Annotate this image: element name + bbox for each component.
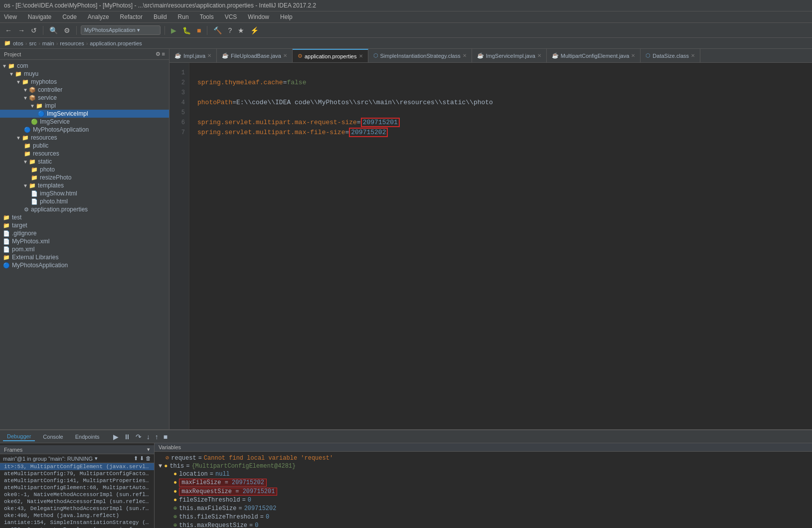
breadcrumb-src[interactable]: src [29, 40, 36, 46]
frame-item-9[interactable]: e:653, ConstructorResolver (org.springfr… [0, 526, 154, 528]
tree-item-6[interactable]: 🔵ImgServiceImpl [0, 110, 169, 118]
tree-item-14[interactable]: 📁resizePhoto [0, 174, 169, 181]
tab-close-5[interactable]: ✕ [631, 53, 635, 58]
tree-item-5[interactable]: ▼ 📁impl [0, 102, 169, 110]
menu-item-tools[interactable]: Tools [198, 13, 216, 21]
tree-item-13[interactable]: 📁photo [0, 166, 169, 174]
tree-item-20[interactable]: 📁target [0, 221, 169, 229]
code-area[interactable]: spring.thymeleaf.cache=false photoPath=E… [189, 63, 812, 429]
debug-run-button[interactable]: 🐛 [180, 25, 193, 35]
menu-item-help[interactable]: Help [278, 13, 295, 21]
breadcrumb-props[interactable]: application.properties [90, 40, 142, 46]
tree-item-0[interactable]: ▼ 📁com [0, 62, 169, 70]
tree-item-9[interactable]: ▼ 📁resources [0, 134, 169, 142]
debug-step-over[interactable]: ↷ [134, 433, 143, 441]
menu-item-analyze[interactable]: Analyze [86, 13, 111, 21]
tree-item-21[interactable]: 📄.gitignore [0, 229, 169, 237]
settings-button[interactable]: ⚙ [62, 25, 72, 35]
tree-item-12[interactable]: ▼ 📁static [0, 158, 169, 166]
tree-item-16[interactable]: 📄imgShow.html [0, 189, 169, 197]
var-item-2[interactable]: ●location=null [166, 470, 808, 478]
editor-tab-6[interactable]: ⬡DataSize.class✕ [641, 49, 700, 63]
debug-pause[interactable]: ⏸ [122, 433, 132, 441]
menu-item-refactor[interactable]: Refactor [118, 13, 145, 21]
stop-button[interactable]: ■ [195, 25, 203, 35]
menu-item-code[interactable]: Code [60, 13, 79, 21]
frame-item-7[interactable]: oke:498, Method (java.lang.reflect) [0, 512, 154, 519]
frames-list[interactable]: it>:53, MultipartConfigElement (javax.se… [0, 463, 154, 528]
editor-tab-1[interactable]: ☕FileUploadBase.java✕ [217, 49, 293, 63]
bookmark-button[interactable]: ★ [236, 25, 246, 35]
frame-item-2[interactable]: ateMultipartConfig:141, MultipartPropert… [0, 477, 154, 484]
menu-item-view[interactable]: View [2, 13, 19, 21]
frame-item-3[interactable]: ateMultipartConfigElement:68, MultipartA… [0, 484, 154, 491]
search-button[interactable]: 🔍 [47, 25, 60, 35]
menu-item-run[interactable]: Run [176, 13, 191, 21]
frame-item-5[interactable]: oke62, NativeMethodAccessorImpl (sun.ref… [0, 498, 154, 505]
frame-item-6[interactable]: oke:43, DelegatingMethodAccessorImpl (su… [0, 505, 154, 512]
var-item-8[interactable]: ⊕this.maxRequestSize=0 [166, 521, 808, 528]
breadcrumb-resources[interactable]: resources [60, 40, 84, 46]
menu-item-vcs[interactable]: VCS [223, 13, 239, 21]
tree-item-22[interactable]: 📄MyPhotos.xml [0, 237, 169, 245]
menu-item-navigate[interactable]: Navigate [26, 13, 53, 21]
tab-debugger[interactable]: Debugger [3, 432, 35, 441]
debug-step-into[interactable]: ↓ [145, 433, 152, 441]
tree-item-24[interactable]: 📁External Libraries [0, 253, 169, 261]
undo-button[interactable]: ↺ [29, 25, 39, 35]
tab-close-1[interactable]: ✕ [283, 53, 287, 58]
tab-close-6[interactable]: ✕ [691, 53, 695, 58]
tab-console[interactable]: Console [39, 433, 67, 441]
editor-tab-5[interactable]: ☕MultipartConfigElement.java✕ [547, 49, 641, 63]
var-item-0[interactable]: ⊘request=Cannot find local variable 'req… [159, 454, 808, 462]
editor-tab-2[interactable]: ⚙application.properties✕ [293, 49, 368, 63]
tab-close-3[interactable]: ✕ [463, 53, 467, 58]
menu-item-window[interactable]: Window [246, 13, 271, 21]
tree-item-4[interactable]: ▼ 📦service [0, 94, 169, 102]
breadcrumb-main[interactable]: main [42, 40, 54, 46]
tree-item-11[interactable]: 📁resources [0, 150, 169, 158]
tree-item-3[interactable]: ▼ 📦controller [0, 86, 169, 94]
thread-selector[interactable]: ▾ [95, 455, 98, 462]
debug-stop[interactable]: ■ [162, 433, 169, 441]
tree-item-17[interactable]: 📄photo.html [0, 197, 169, 205]
var-item-4[interactable]: ● maxRequestSize = 209715201 [166, 487, 808, 496]
frame-item-4[interactable]: oke0:-1, NativeMethodAccessorImpl (sun.r… [0, 491, 154, 498]
debug-resume[interactable]: ▶ [112, 433, 120, 441]
frame-item-1[interactable]: ateMultipartConfig:79, MultipartConfigFa… [0, 470, 154, 477]
tree-item-7[interactable]: 🟢ImgService [0, 118, 169, 126]
var-item-3[interactable]: ● maxFileSize = 209715202 [166, 478, 808, 487]
run-button[interactable]: ▶ [169, 25, 178, 35]
build-button[interactable]: 🔨 [211, 25, 224, 35]
variables-panel[interactable]: ⊘request=Cannot find local variable 'req… [155, 452, 812, 528]
menu-item-build[interactable]: Build [152, 13, 169, 21]
help-button[interactable]: ? [226, 25, 234, 35]
tree-item-18[interactable]: ⚙application.properties [0, 205, 169, 213]
frame-item-0[interactable]: it>:53, MultipartConfigElement (javax.se… [0, 463, 154, 470]
editor-tab-4[interactable]: ☕ImgServiceImpl.java✕ [472, 49, 547, 63]
forward-button[interactable]: → [16, 25, 27, 35]
tree-item-23[interactable]: 📄pom.xml [0, 245, 169, 253]
var-item-5[interactable]: ●fileSizeThreshold=0 [166, 496, 808, 504]
tab-endpoints[interactable]: Endpoints [71, 433, 104, 441]
tree-item-15[interactable]: ▼ 📁templates [0, 181, 169, 189]
var-item-1[interactable]: ▼●this={MultipartConfigElement@4281} [159, 462, 808, 470]
tree-item-19[interactable]: 📁test [0, 213, 169, 221]
var-item-7[interactable]: ⊕this.fileSizeThreshold=0 [166, 513, 808, 521]
tree-item-10[interactable]: 📁public [0, 142, 169, 150]
tab-close-4[interactable]: ✕ [537, 53, 541, 58]
run-config-selector[interactable]: MyPhotosApplication ▾ [81, 25, 161, 35]
project-tree-content[interactable]: ▼ 📁com ▼ 📁muyu ▼ 📁myphotos ▼ 📦controller… [0, 60, 169, 429]
tree-item-8[interactable]: 🔵MyPhotosApplication [0, 126, 169, 134]
back-button[interactable]: ← [3, 25, 14, 35]
breadcrumb-otos[interactable]: otos [13, 40, 23, 46]
tab-close-2[interactable]: ✕ [359, 53, 363, 59]
tab-close-0[interactable]: ✕ [207, 53, 211, 58]
tree-item-25[interactable]: 🔵MyPhotosApplication [0, 261, 169, 269]
debug-step-out[interactable]: ↑ [154, 433, 160, 441]
frame-item-8[interactable]: iantiate:154, SimpleInstantiationStrateg… [0, 519, 154, 526]
tree-item-2[interactable]: ▼ 📁myphotos [0, 78, 169, 86]
editor-tab-3[interactable]: ⬡SimpleInstantiationStrategy.class✕ [368, 49, 472, 63]
tree-item-1[interactable]: ▼ 📁muyu [0, 70, 169, 78]
editor-tab-0[interactable]: ☕Impl.java✕ [169, 49, 217, 63]
